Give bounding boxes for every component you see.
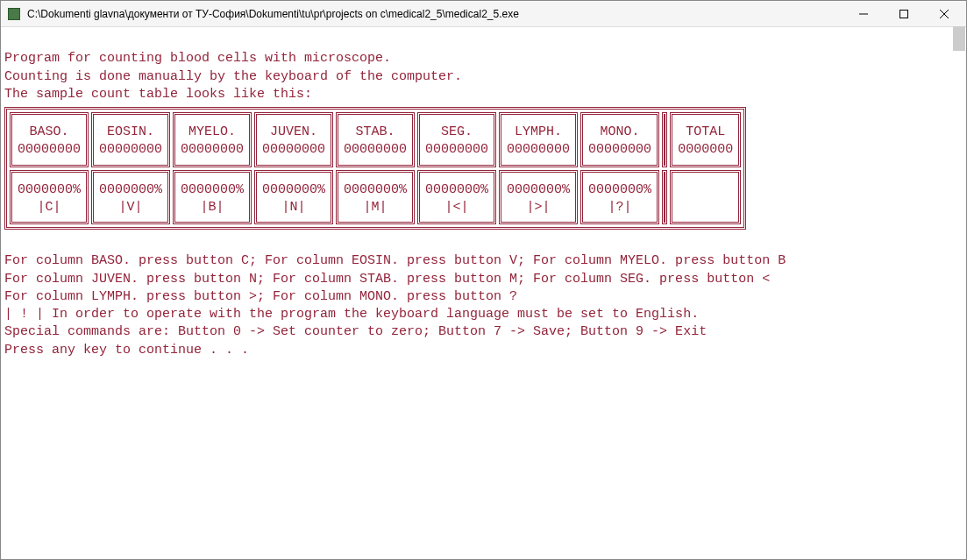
minimize-icon xyxy=(859,10,868,18)
cell-percent: 0000000% |V| xyxy=(91,170,170,225)
cell-header: STAB. 00000000 xyxy=(336,112,415,167)
maximize-button[interactable] xyxy=(884,1,924,26)
cell-percent: 0000000% |C| xyxy=(10,170,89,225)
help-line: For column BASO. press button C; For col… xyxy=(4,253,786,268)
cell-header: EOSIN. 00000000 xyxy=(91,112,170,167)
cell-header: LYMPH. 00000000 xyxy=(499,112,578,167)
intro-line: The sample count table looks like this: xyxy=(4,87,312,102)
window-controls xyxy=(843,1,964,26)
cell-percent: 0000000% |<| xyxy=(417,170,496,225)
table-row: 0000000% |C| 0000000% |V| 0000000% |B| 0… xyxy=(10,170,741,225)
titlebar: C:\Dokumenti glavna\документи от ТУ-Софи… xyxy=(1,1,966,27)
app-icon xyxy=(8,8,20,20)
window-title: C:\Dokumenti glavna\документи от ТУ-Софи… xyxy=(27,8,843,20)
cell-header: BASO. 00000000 xyxy=(10,112,89,167)
svg-rect-1 xyxy=(900,10,908,18)
cell-percent: 0000000% |N| xyxy=(254,170,333,225)
intro-line: Counting is done manually by the keyboar… xyxy=(4,69,462,84)
count-table: BASO. 00000000 EOSIN. 00000000 MYELO. 00… xyxy=(4,107,746,230)
intro-line: Program for counting blood cells with mi… xyxy=(4,51,391,66)
cell-header: MONO. 00000000 xyxy=(580,112,659,167)
help-line: For column JUVEN. press button N; For co… xyxy=(4,272,770,287)
cell-empty xyxy=(670,170,741,225)
table-row: BASO. 00000000 EOSIN. 00000000 MYELO. 00… xyxy=(10,112,741,167)
cell-divider xyxy=(662,170,667,225)
close-icon xyxy=(940,10,949,18)
cell-header: SEG. 00000000 xyxy=(417,112,496,167)
cell-header: JUVEN. 00000000 xyxy=(254,112,333,167)
help-line: For column LYMPH. press button >; For co… xyxy=(4,289,517,304)
minimize-button[interactable] xyxy=(843,1,884,26)
cell-percent: 0000000% |?| xyxy=(580,170,659,225)
cell-header: MYELO. 00000000 xyxy=(173,112,252,167)
close-button[interactable] xyxy=(924,1,964,26)
cell-percent: 0000000% |>| xyxy=(499,170,578,225)
maximize-icon xyxy=(899,10,908,18)
cell-header: TOTAL 0000000 xyxy=(670,112,741,167)
help-line: Press any key to continue . . . xyxy=(4,343,249,358)
cell-divider xyxy=(662,112,667,167)
cell-percent: 0000000% |B| xyxy=(173,170,252,225)
cell-percent: 0000000% |M| xyxy=(336,170,415,225)
help-line: | ! | In order to operate with the progr… xyxy=(4,307,699,322)
help-line: Special commands are: Button 0 -> Set co… xyxy=(4,324,707,339)
console-output: Program for counting blood cells with mi… xyxy=(1,27,966,559)
